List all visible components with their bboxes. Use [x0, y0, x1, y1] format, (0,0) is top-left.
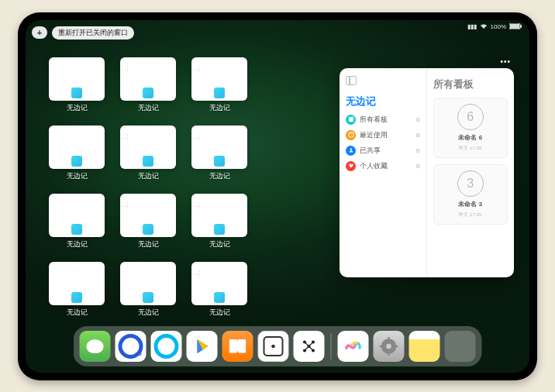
thumb-label: 无边记 — [67, 171, 88, 181]
window-thumb[interactable]: 无边记 — [49, 194, 105, 257]
reopen-closed-window-button[interactable]: 重新打开已关闭的窗口 — [52, 26, 134, 40]
board-sketch: 3 — [457, 170, 484, 197]
row-count: 0 — [416, 163, 419, 170]
ipad-frame: ▮▮▮ 100% + 重新打开已关闭的窗口 无边记无边记无边记无边记无边记无边记… — [18, 12, 537, 380]
thumb-label: 无边记 — [138, 103, 159, 113]
window-grid: 无边记无边记无边记无边记无边记无边记无边记无边记无边记无边记无边记无边记 — [49, 57, 328, 325]
battery-label: 100% — [491, 23, 506, 30]
thumb-preview — [191, 194, 247, 237]
board-card[interactable]: 6未命名 6昨天 17:28 — [433, 98, 508, 158]
top-bar: + 重新打开已关闭的窗口 — [32, 26, 134, 40]
thumb-preview — [191, 262, 247, 305]
sidebar-item[interactable]: 最近使用0 — [346, 130, 420, 140]
thumb-preview — [191, 126, 247, 169]
window-thumb[interactable]: 无边记 — [191, 194, 247, 257]
sidebar-item[interactable]: 个人收藏0 — [346, 161, 420, 171]
dock-app-die[interactable] — [258, 331, 289, 362]
panel-title-left: 无边记 — [346, 95, 420, 108]
dock-app-notes[interactable] — [409, 331, 440, 362]
thumb-label: 无边记 — [209, 239, 230, 249]
svg-rect-15 — [380, 345, 383, 346]
status-bar: ▮▮▮ 100% — [467, 23, 522, 31]
thumb-preview — [120, 57, 176, 101]
row-label: 最近使用 — [360, 130, 388, 140]
wifi-icon — [480, 23, 488, 31]
row-icon — [346, 161, 356, 171]
thumb-preview — [49, 262, 105, 305]
thumb-label: 无边记 — [67, 308, 88, 318]
screen: ▮▮▮ 100% + 重新打开已关闭的窗口 无边记无边记无边记无边记无边记无边记… — [26, 20, 529, 373]
thumb-preview — [49, 126, 105, 169]
window-thumb[interactable]: 无边记 — [191, 57, 247, 121]
window-thumb[interactable]: 无边记 — [49, 57, 105, 121]
row-label: 个人收藏 — [360, 161, 388, 171]
sidebar-toggle-icon[interactable] — [346, 76, 357, 85]
dock-app-wechat[interactable] — [80, 331, 111, 362]
board-name: 未命名 6 — [458, 133, 482, 142]
row-label: 所有看板 — [360, 115, 388, 125]
thumb-preview — [191, 57, 247, 101]
dock-app-dots[interactable] — [294, 331, 325, 362]
board-card[interactable]: 3未命名 3昨天 17:25 — [433, 164, 508, 225]
svg-rect-1 — [510, 24, 519, 29]
thumb-label: 无边记 — [67, 103, 88, 113]
thumb-label: 无边记 — [209, 103, 230, 113]
dock-app-play[interactable] — [187, 331, 218, 362]
board-name: 未命名 3 — [458, 200, 482, 208]
sidebar-item[interactable]: 所有看板0 — [346, 115, 420, 125]
sidebar-item[interactable]: 已共享0 — [346, 146, 420, 156]
thumb-label: 无边记 — [138, 308, 159, 318]
dock-separator — [331, 333, 332, 359]
dock-app-books[interactable] — [222, 331, 253, 362]
thumb-label: 无边记 — [138, 171, 159, 181]
signal-icon: ▮▮▮ — [467, 23, 477, 30]
svg-rect-13 — [388, 337, 389, 340]
row-icon — [346, 130, 356, 140]
svg-rect-3 — [348, 117, 353, 122]
window-thumb[interactable]: 无边记 — [191, 262, 247, 325]
thumb-preview — [49, 57, 105, 101]
new-window-button[interactable]: + — [32, 26, 47, 39]
row-label: 已共享 — [360, 146, 381, 156]
row-icon — [346, 115, 356, 125]
window-thumb[interactable]: 无边记 — [49, 126, 105, 189]
panel-title-right: 所有看板 — [433, 77, 508, 91]
thumb-label: 无边记 — [138, 239, 159, 249]
dock: HD — [74, 326, 482, 366]
svg-point-12 — [386, 343, 391, 349]
dock-app-qhd[interactable]: HD — [115, 331, 147, 362]
thumb-preview — [120, 126, 176, 169]
board-date: 昨天 17:28 — [459, 145, 481, 152]
svg-rect-14 — [388, 352, 389, 355]
thumb-label: 无边记 — [209, 308, 230, 318]
thumb-label: 无边记 — [67, 239, 88, 249]
board-date: 昨天 17:25 — [459, 211, 481, 218]
row-count: 0 — [416, 116, 419, 123]
window-thumb[interactable]: 无边记 — [120, 194, 176, 257]
thumb-preview — [120, 194, 176, 237]
thumb-preview — [120, 262, 176, 305]
window-thumb[interactable]: 无边记 — [120, 126, 176, 189]
row-count: 0 — [416, 147, 419, 154]
more-icon[interactable]: ••• — [500, 57, 511, 66]
window-thumb[interactable]: 无边记 — [120, 262, 176, 325]
boards-panel: 所有看板 6未命名 6昨天 17:283未命名 3昨天 17:25 — [427, 68, 515, 277]
svg-rect-2 — [520, 25, 522, 28]
dock-app-settings[interactable] — [374, 331, 405, 362]
dock-app-q2[interactable] — [151, 331, 182, 362]
thumb-preview — [49, 194, 105, 237]
stage-window[interactable]: ••• 无边记 所有看板0最近使用0已共享0个人收藏0 所有看板 6未命名 6昨… — [340, 68, 514, 277]
window-thumb[interactable]: 无边记 — [120, 57, 176, 121]
svg-rect-16 — [395, 345, 398, 346]
board-sketch: 6 — [457, 104, 484, 130]
svg-point-5 — [350, 149, 351, 150]
battery-icon — [509, 23, 522, 31]
sidebar-panel: 无边记 所有看板0最近使用0已共享0个人收藏0 — [340, 68, 427, 277]
window-thumb[interactable]: 无边记 — [49, 262, 105, 325]
thumb-label: 无边记 — [209, 171, 230, 181]
row-count: 0 — [416, 132, 419, 139]
row-icon — [346, 146, 356, 156]
dock-app-freeform[interactable] — [338, 331, 369, 362]
window-thumb[interactable]: 无边记 — [191, 126, 247, 189]
dock-app-multi[interactable] — [445, 331, 476, 362]
